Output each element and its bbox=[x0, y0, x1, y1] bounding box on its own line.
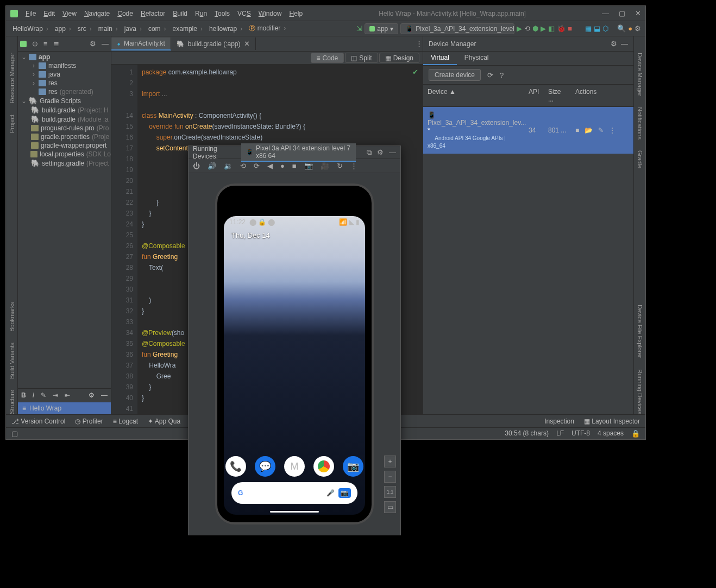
view-split[interactable]: ◫ Split bbox=[345, 53, 378, 63]
menu-edit[interactable]: Edit bbox=[43, 10, 55, 17]
volume-up-icon[interactable]: 🔊 bbox=[208, 162, 216, 170]
rail-structure[interactable]: Structure bbox=[9, 390, 15, 414]
view-design[interactable]: ▦ Design bbox=[379, 53, 419, 63]
caret-position[interactable]: 30:54 (8 chars) bbox=[505, 429, 549, 438]
zoom-out-button[interactable]: − bbox=[384, 471, 396, 483]
menu-help[interactable]: Help bbox=[289, 10, 303, 17]
rail-bookmarks[interactable]: Bookmarks bbox=[9, 302, 15, 332]
coverage-icon[interactable]: ▶ bbox=[541, 24, 546, 33]
gear-icon[interactable]: ⚙ bbox=[377, 148, 384, 156]
device-row[interactable]: 📱 Pixel_3a_API_34_extension_lev... * And… bbox=[423, 107, 633, 154]
line-ending[interactable]: LF bbox=[556, 429, 564, 438]
rotate-right-icon[interactable]: ⟳ bbox=[254, 162, 260, 170]
stop-icon[interactable]: ■ bbox=[568, 24, 572, 33]
crumb[interactable]: java bbox=[122, 24, 144, 34]
expand-icon[interactable]: ≡ bbox=[43, 40, 48, 48]
project-tree[interactable]: ⌄app ›manifests ›java ›res res (generate… bbox=[18, 52, 111, 388]
rail-file-explorer[interactable]: Device File Explorer bbox=[637, 305, 643, 358]
rail-running-devices[interactable]: Running Devices bbox=[637, 369, 643, 414]
restart-icon[interactable]: ↻ bbox=[337, 162, 343, 170]
crumb[interactable]: hellowrap bbox=[207, 24, 244, 34]
user-icon[interactable]: ● bbox=[628, 24, 632, 33]
android-view-icon[interactable] bbox=[20, 41, 27, 47]
gear-icon[interactable]: ⚙ bbox=[611, 40, 617, 48]
edit-device-icon[interactable]: ✎ bbox=[598, 127, 604, 134]
menu-build[interactable]: Build bbox=[173, 10, 187, 17]
zoom-fit-button[interactable]: ▭ bbox=[384, 501, 396, 513]
crumb[interactable]: ⓟ modifier bbox=[247, 23, 288, 34]
tool-profiler[interactable]: ◷ Profiler bbox=[75, 418, 103, 425]
module-hello-wrap[interactable]: ≡Hello Wrap bbox=[18, 402, 111, 414]
menu-view[interactable]: View bbox=[62, 10, 77, 17]
view-code[interactable]: ≡ Code bbox=[311, 53, 344, 63]
volume-down-icon[interactable]: 🔉 bbox=[224, 162, 233, 170]
tab-virtual[interactable]: Virtual bbox=[423, 52, 457, 65]
menu-window[interactable]: Window bbox=[259, 10, 282, 17]
menu-tools[interactable]: Tools bbox=[215, 10, 230, 17]
inspections-ok-icon[interactable]: ✔ bbox=[412, 67, 418, 78]
rail-project[interactable]: Project bbox=[9, 115, 15, 133]
collapse-icon[interactable]: ≣ bbox=[53, 40, 59, 48]
tool-logcat[interactable]: ≡ Logcat bbox=[113, 418, 138, 425]
phone-screen[interactable]: 11:22 ⬤ 🔒 ⬤ 📶 ◣ ▮ Thu, Dec 14 📞 💬 M 📷 G … bbox=[224, 216, 365, 515]
screenshot-icon[interactable]: 📷 bbox=[304, 162, 313, 170]
run-config-selector[interactable]: app ▾ bbox=[365, 23, 398, 34]
search-everywhere-icon[interactable]: 🔍 bbox=[617, 24, 626, 33]
running-devices-window[interactable]: Running Devices: 📱 Pixel 3a API 34 exten… bbox=[188, 146, 401, 535]
debug-bug-icon[interactable]: ⬢ bbox=[532, 24, 538, 33]
avd-icon[interactable]: ▦ bbox=[585, 24, 592, 33]
sdk-icon[interactable]: ⬓ bbox=[594, 24, 600, 33]
device-selector[interactable]: 📱 Pixel_3a_API_34_extension_level_7_x86.… bbox=[400, 23, 514, 34]
new-window-icon[interactable]: ⧉ bbox=[367, 148, 372, 157]
gear-icon[interactable]: ⚙ bbox=[90, 40, 96, 48]
run-icon[interactable]: ▶ bbox=[517, 24, 522, 33]
rotate-left-icon[interactable]: ⟲ bbox=[240, 162, 246, 170]
nav-handle[interactable] bbox=[270, 511, 319, 513]
camera-app-icon[interactable]: 📷 bbox=[343, 456, 363, 477]
record-icon[interactable]: 🎥 bbox=[321, 162, 329, 170]
menu-refactor[interactable]: Refactor bbox=[141, 10, 165, 17]
apply-changes-icon[interactable]: ⟲ bbox=[524, 24, 530, 33]
status-icon[interactable]: ▢ bbox=[11, 429, 18, 438]
rail-gradle[interactable]: Gradle bbox=[637, 150, 643, 168]
crumb[interactable]: app bbox=[53, 24, 73, 34]
hide-icon[interactable]: — bbox=[102, 40, 109, 48]
maximize-icon[interactable]: ▢ bbox=[619, 9, 625, 17]
rail-resource-manager[interactable]: Resource Manager bbox=[9, 53, 15, 104]
crumb[interactable]: com bbox=[146, 24, 168, 34]
tool-app-quality[interactable]: ✦ App Qua bbox=[148, 418, 180, 425]
profile-icon[interactable]: ◧ bbox=[548, 24, 555, 33]
gmail-app-icon[interactable]: M bbox=[284, 456, 305, 477]
resource-icon[interactable]: ⬡ bbox=[602, 24, 608, 33]
overview-icon[interactable]: ■ bbox=[292, 162, 297, 170]
select-open-file-icon[interactable]: ⊙ bbox=[32, 40, 38, 48]
rail-device-manager[interactable]: Device Manager bbox=[637, 53, 643, 96]
hide-icon[interactable]: — bbox=[621, 40, 628, 48]
tool-inspection[interactable]: Inspection bbox=[544, 418, 574, 425]
stop-device-icon[interactable]: ■ bbox=[575, 127, 579, 134]
settings-gear-icon[interactable]: ⚙ bbox=[635, 24, 641, 33]
indent[interactable]: 4 spaces bbox=[598, 429, 624, 438]
tool-vcs[interactable]: ⎇ Version Control bbox=[11, 418, 65, 425]
crumb[interactable]: example bbox=[171, 24, 205, 34]
hide-icon[interactable]: — bbox=[389, 148, 396, 156]
menu-file[interactable]: File bbox=[26, 10, 36, 17]
open-folder-icon[interactable]: 📂 bbox=[585, 127, 593, 134]
refresh-icon[interactable]: ⟳ bbox=[487, 71, 493, 79]
more-icon[interactable]: ⋮ bbox=[609, 127, 615, 134]
menu-code[interactable]: Code bbox=[117, 10, 133, 17]
crumb[interactable]: main bbox=[96, 24, 120, 34]
chrome-app-icon[interactable] bbox=[313, 456, 334, 477]
home-icon[interactable]: ● bbox=[280, 162, 285, 170]
sync-icon[interactable]: ⇲ bbox=[356, 24, 362, 33]
phone-app-icon[interactable]: 📞 bbox=[225, 456, 246, 477]
zoom-in-button[interactable]: + bbox=[384, 456, 396, 467]
more-icon[interactable]: ⋮ bbox=[350, 162, 357, 170]
tab-menu-icon[interactable]: ⋮ bbox=[416, 40, 423, 48]
tool-layout-inspector[interactable]: ▦ Layout Inspector bbox=[584, 418, 640, 425]
crumb[interactable]: src bbox=[76, 24, 94, 34]
power-icon[interactable]: ⏻ bbox=[193, 162, 200, 170]
google-search-bar[interactable]: G 🎤 📷 bbox=[231, 482, 357, 504]
menu-run[interactable]: Run bbox=[195, 10, 207, 17]
back-icon[interactable]: ◀ bbox=[267, 162, 273, 170]
